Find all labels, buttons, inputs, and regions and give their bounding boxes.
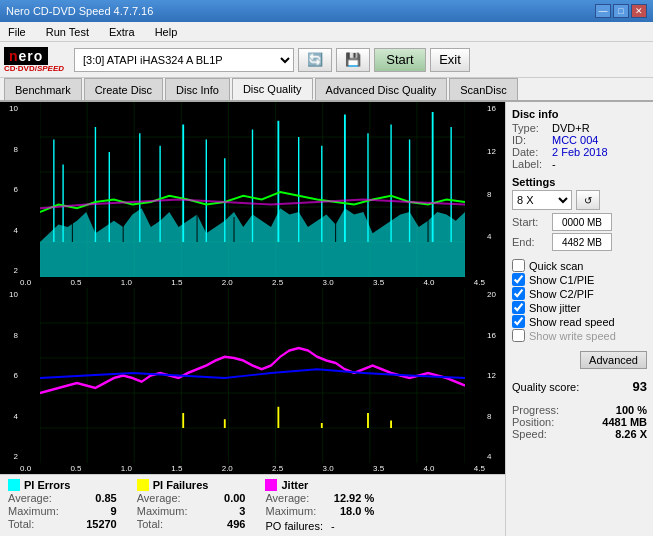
tab-disc-quality[interactable]: Disc Quality: [232, 78, 313, 100]
show-c1pie-row: Show C1/PIE: [512, 273, 647, 286]
stat-group-jitter: Jitter Average: 12.92 % Maximum: 18.0 % …: [265, 479, 374, 532]
label-value: -: [552, 158, 556, 170]
maximize-button[interactable]: □: [613, 4, 629, 18]
id-row: ID: MCC 004: [512, 134, 647, 146]
jitter-average-row: Average: 12.92 %: [265, 492, 374, 504]
drive-select[interactable]: [3:0] ATAPI iHAS324 A BL1P: [74, 48, 294, 72]
advanced-btn-wrapper: Advanced: [512, 349, 647, 369]
type-value: DVD+R: [552, 122, 590, 134]
quality-score-label: Quality score:: [512, 381, 579, 393]
tab-advanced-disc-quality[interactable]: Advanced Disc Quality: [315, 78, 448, 100]
speed-row: 8 X Max 2 X 4 X 16 X ↺: [512, 190, 647, 210]
show-c2pif-checkbox[interactable]: [512, 287, 525, 300]
pi-errors-total-row: Total: 15270: [8, 518, 117, 530]
start-button[interactable]: Start: [374, 48, 426, 72]
pi-failures-label: PI Failures: [137, 479, 246, 491]
po-failures-row: PO failures: -: [265, 520, 374, 532]
pi-failures-total-row: Total: 496: [137, 518, 246, 530]
speed-label: Speed:: [512, 428, 547, 440]
exit-button[interactable]: Exit: [430, 48, 470, 72]
jitter-maximum: 18.0 %: [324, 505, 374, 517]
toolbar: nero CD·DVD/SPEED [3:0] ATAPI iHAS324 A …: [0, 42, 653, 78]
date-value: 2 Feb 2018: [552, 146, 608, 158]
tab-scan-disc[interactable]: ScanDisc: [449, 78, 517, 100]
quick-scan-label: Quick scan: [529, 260, 583, 272]
show-jitter-label: Show jitter: [529, 302, 580, 314]
show-jitter-checkbox[interactable]: [512, 301, 525, 314]
pi-errors-label: PI Errors: [8, 479, 117, 491]
menu-extra[interactable]: Extra: [105, 24, 139, 40]
save-button[interactable]: 💾: [336, 48, 370, 72]
speed-refresh-button[interactable]: ↺: [576, 190, 600, 210]
stat-group-pi-failures: PI Failures Average: 0.00 Maximum: 3 Tot…: [137, 479, 246, 532]
pi-errors-maximum: 9: [67, 505, 117, 517]
id-value: MCC 004: [552, 134, 598, 146]
end-mb-row: End:: [512, 233, 647, 251]
label-label: Label:: [512, 158, 548, 170]
close-button[interactable]: ✕: [631, 4, 647, 18]
tabs: Benchmark Create Disc Disc Info Disc Qua…: [0, 78, 653, 102]
pi-failures-max-row: Maximum: 3: [137, 505, 246, 517]
chart-pi-errors: 108642: [0, 102, 505, 277]
pi-errors-average-row: Average: 0.85: [8, 492, 117, 504]
start-label: Start:: [512, 216, 548, 228]
chart2-x-labels: 0.00.51.01.52.02.53.03.54.04.5: [0, 463, 505, 474]
show-write-speed-label: Show write speed: [529, 330, 616, 342]
tab-disc-info[interactable]: Disc Info: [165, 78, 230, 100]
show-jitter-row: Show jitter: [512, 301, 647, 314]
show-write-speed-checkbox[interactable]: [512, 329, 525, 342]
show-read-speed-checkbox[interactable]: [512, 315, 525, 328]
chart2-svg-wrapper: [40, 288, 465, 463]
quality-score-row: Quality score: 93: [512, 379, 647, 394]
position-row: Position: 4481 MB: [512, 416, 647, 428]
chart2-y-right: 20161284: [485, 288, 505, 463]
menubar: File Run Test Extra Help: [0, 22, 653, 42]
pi-failures-average-row: Average: 0.00: [137, 492, 246, 504]
start-mb-row: Start:: [512, 213, 647, 231]
menu-run-test[interactable]: Run Test: [42, 24, 93, 40]
menu-help[interactable]: Help: [151, 24, 182, 40]
pi-errors-average: 0.85: [67, 492, 117, 504]
show-read-speed-row: Show read speed: [512, 315, 647, 328]
refresh-button[interactable]: 🔄: [298, 48, 332, 72]
show-read-speed-label: Show read speed: [529, 316, 615, 328]
titlebar: Nero CD-DVD Speed 4.7.7.16 — □ ✕: [0, 0, 653, 22]
show-c1pie-checkbox[interactable]: [512, 273, 525, 286]
pi-errors-total: 15270: [67, 518, 117, 530]
advanced-button[interactable]: Advanced: [580, 351, 647, 369]
charts-wrapper: 108642: [0, 102, 505, 474]
speed-value2: 8.26 X: [615, 428, 647, 440]
disc-info-section: Disc info Type: DVD+R ID: MCC 004 Date: …: [512, 108, 647, 170]
id-label: ID:: [512, 134, 548, 146]
tab-create-disc[interactable]: Create Disc: [84, 78, 163, 100]
date-label: Date:: [512, 146, 548, 158]
quick-scan-checkbox[interactable]: [512, 259, 525, 272]
label-row: Label: -: [512, 158, 647, 170]
charts-and-stats: 108642: [0, 102, 505, 536]
quality-score-value: 93: [633, 379, 647, 394]
menu-file[interactable]: File: [4, 24, 30, 40]
checkboxes-section: Quick scan Show C1/PIE Show C2/PIF Show …: [512, 259, 647, 343]
chart1-x-labels: 0.00.51.01.52.02.53.03.54.04.5: [0, 277, 505, 288]
minimize-button[interactable]: —: [595, 4, 611, 18]
speed-row2: Speed: 8.26 X: [512, 428, 647, 440]
settings-title: Settings: [512, 176, 647, 188]
titlebar-title: Nero CD-DVD Speed 4.7.7.16: [6, 5, 153, 17]
tab-benchmark[interactable]: Benchmark: [4, 78, 82, 100]
settings-section: Settings 8 X Max 2 X 4 X 16 X ↺ Start: E…: [512, 176, 647, 253]
speed-select[interactable]: 8 X Max 2 X 4 X 16 X: [512, 190, 572, 210]
chart1-svg-wrapper: [40, 102, 465, 277]
start-input[interactable]: [552, 213, 612, 231]
chart-pi-failures: 108642: [0, 288, 505, 463]
show-c2pif-row: Show C2/PIF: [512, 287, 647, 300]
chart1-y-right: 161284: [485, 102, 505, 277]
pi-errors-color: [8, 479, 20, 491]
right-panel: Disc info Type: DVD+R ID: MCC 004 Date: …: [505, 102, 653, 536]
progress-row: Progress: 100 %: [512, 404, 647, 416]
position-label: Position:: [512, 416, 554, 428]
show-c1pie-label: Show C1/PIE: [529, 274, 594, 286]
date-row: Date: 2 Feb 2018: [512, 146, 647, 158]
progress-value: 100 %: [616, 404, 647, 416]
end-input[interactable]: [552, 233, 612, 251]
type-row: Type: DVD+R: [512, 122, 647, 134]
